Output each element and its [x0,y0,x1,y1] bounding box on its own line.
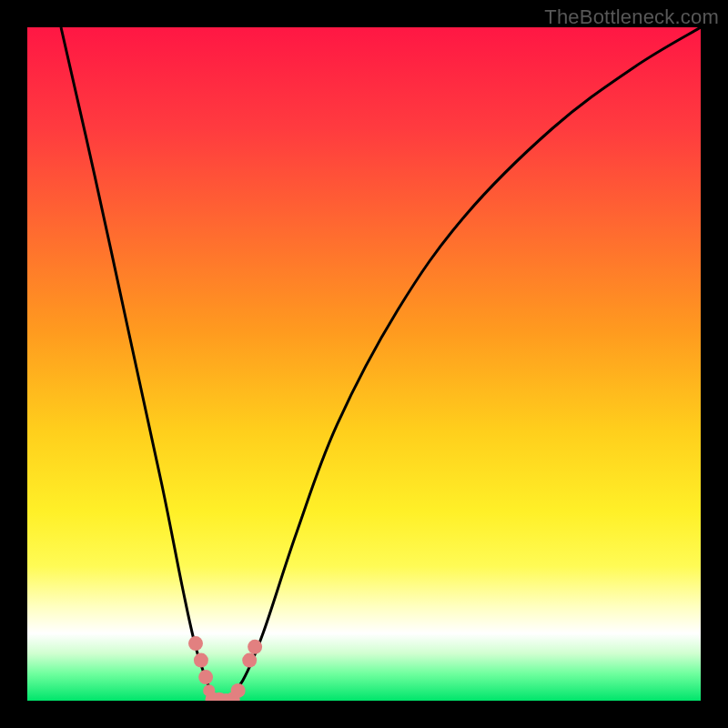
curve-markers [188,636,262,701]
chart-frame: TheBottleneck.com [0,0,728,728]
watermark-text: TheBottleneck.com [544,5,719,29]
curve-marker [188,636,203,651]
curve-marker [231,683,246,698]
curve-marker [248,640,262,654]
curve-layer [27,27,701,701]
curve-marker [198,670,213,684]
bottleneck-curve [61,27,701,701]
plot-area [27,27,701,701]
curve-marker [194,653,208,668]
curve-marker [242,653,257,668]
